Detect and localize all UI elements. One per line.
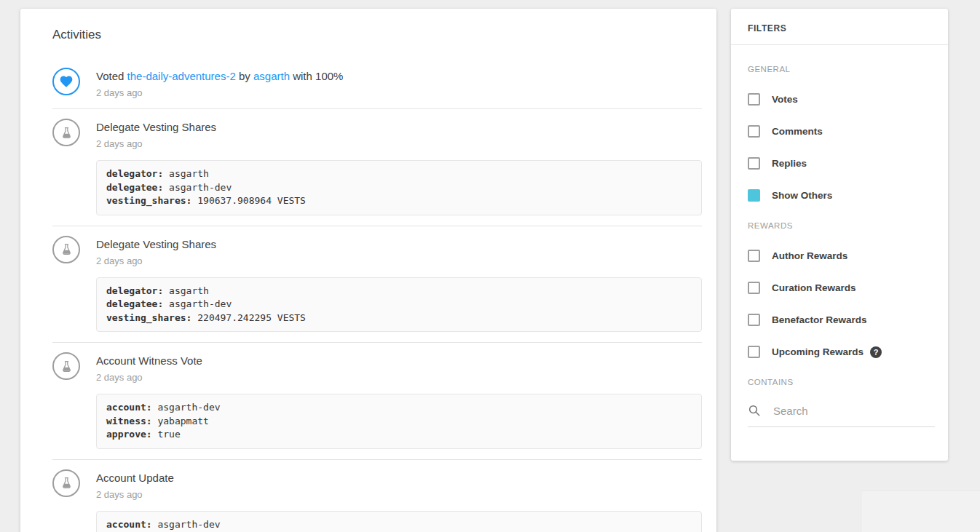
activity-title: Delegate Vesting Shares xyxy=(96,237,702,251)
activity-timestamp: 2 days ago xyxy=(96,372,702,383)
section-label-general: GENERAL xyxy=(748,65,935,74)
heart-icon xyxy=(52,68,80,95)
activity-title: Voted the-daily-adventures-2 by asgarth … xyxy=(96,69,702,83)
payload-line: vesting_shares: 220497.242295 VESTS xyxy=(106,311,692,325)
vote-text: Voted xyxy=(96,70,127,82)
checkbox-icon[interactable] xyxy=(748,125,760,138)
activity-row-operation: Account Update 2 days ago account: asgar… xyxy=(52,460,702,532)
checkbox-icon[interactable] xyxy=(748,157,760,170)
checkbox-icon[interactable] xyxy=(748,250,760,262)
post-link[interactable]: the-daily-adventures-2 xyxy=(127,70,236,82)
activity-title: Delegate Vesting Shares xyxy=(96,120,702,134)
bottom-right-sheet xyxy=(862,491,980,532)
search-field[interactable] xyxy=(748,404,935,427)
filter-checkbox-votes[interactable]: Votes xyxy=(748,93,935,106)
activity-timestamp: 2 days ago xyxy=(96,489,702,500)
checkbox-icon[interactable] xyxy=(748,282,760,294)
checkbox-checked-icon[interactable] xyxy=(748,189,760,202)
filter-checkbox-upcoming-rewards[interactable]: Upcoming Rewards ? xyxy=(748,346,935,358)
flask-icon xyxy=(52,119,80,146)
filter-checkbox-comments[interactable]: Comments xyxy=(748,125,935,138)
activities-panel: Activities Voted the-daily-adventures-2 … xyxy=(20,9,716,532)
operation-payload: account: asgarth-dev memo_key: STM7eqHQG… xyxy=(96,511,702,532)
filters-title: FILTERS xyxy=(731,9,948,45)
search-icon xyxy=(748,404,761,417)
search-input[interactable] xyxy=(773,405,919,417)
activity-timestamp: 2 days ago xyxy=(96,255,702,266)
operation-payload: delegator: asgarth delegatee: asgarth-de… xyxy=(96,277,702,333)
filter-checkbox-replies[interactable]: Replies xyxy=(748,157,935,170)
by-text: by xyxy=(236,70,253,82)
activity-row-vote: Voted the-daily-adventures-2 by asgarth … xyxy=(52,58,702,100)
operation-payload: account: asgarth-dev witness: yabapmatt … xyxy=(96,394,702,449)
payload-line: approve: true xyxy=(106,428,692,442)
flask-icon xyxy=(52,236,80,263)
filter-checkbox-show-others[interactable]: Show Others xyxy=(748,189,935,202)
payload-line: delegatee: asgarth-dev xyxy=(106,298,692,311)
activity-title: Account Witness Vote xyxy=(96,354,702,368)
payload-line: delegator: asgarth xyxy=(106,285,692,298)
filters-panel: FILTERS GENERAL Votes Comments Replies S… xyxy=(731,9,948,461)
help-icon[interactable]: ? xyxy=(870,346,882,358)
percent-text: with 100% xyxy=(290,70,343,82)
checkbox-icon[interactable] xyxy=(748,314,760,326)
payload-line: delegatee: asgarth-dev xyxy=(106,181,692,195)
flask-icon xyxy=(52,352,80,380)
filter-checkbox-benefactor-rewards[interactable]: Benefactor Rewards xyxy=(748,314,935,326)
payload-line: account: asgarth-dev xyxy=(106,518,692,532)
activity-title: Account Update xyxy=(96,471,702,485)
activity-row-operation: Delegate Vesting Shares 2 days ago deleg… xyxy=(52,109,702,217)
payload-line: vesting_shares: 190637.908964 VESTS xyxy=(106,194,692,208)
checkbox-icon[interactable] xyxy=(748,93,760,106)
activity-row-operation: Account Witness Vote 2 days ago account:… xyxy=(52,343,702,450)
operation-payload: delegator: asgarth delegatee: asgarth-de… xyxy=(96,160,702,215)
filter-checkbox-author-rewards[interactable]: Author Rewards xyxy=(748,250,935,262)
checkbox-icon[interactable] xyxy=(748,346,760,358)
page-title: Activities xyxy=(52,28,702,42)
section-label-rewards: REWARDS xyxy=(748,221,935,230)
section-label-contains: CONTAINS xyxy=(748,378,935,386)
payload-line: account: asgarth-dev xyxy=(106,401,692,415)
activity-timestamp: 2 days ago xyxy=(96,138,702,149)
author-link[interactable]: asgarth xyxy=(253,70,290,82)
payload-line: delegator: asgarth xyxy=(106,167,692,181)
filter-checkbox-curation-rewards[interactable]: Curation Rewards xyxy=(748,282,935,294)
flask-icon xyxy=(52,469,80,497)
activity-timestamp: 2 days ago xyxy=(96,87,702,98)
activity-row-operation: Delegate Vesting Shares 2 days ago deleg… xyxy=(52,226,702,334)
payload-line: witness: yabapmatt xyxy=(106,415,692,429)
